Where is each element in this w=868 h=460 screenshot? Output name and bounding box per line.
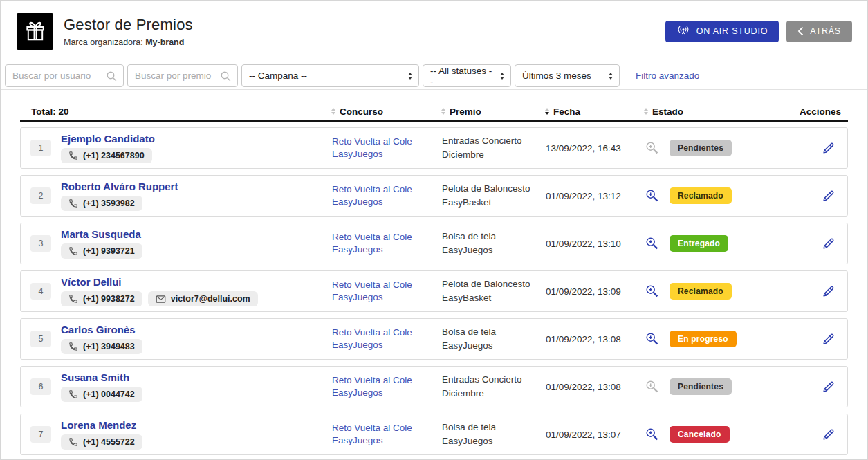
broadcast-antenna-icon [676,25,690,37]
contest-link[interactable]: Reto Vuelta al Cole EasyJuegos [332,374,442,399]
advanced-filter-link[interactable]: Filtro avanzado [636,71,699,81]
table-row: 1 Ejemplo Candidato (+1) 234567890 Reto … [20,127,848,169]
pencil-icon[interactable] [821,188,836,203]
phone-number: (+1) 4555722 [83,437,135,447]
contest-link[interactable]: Reto Vuelta al Cole EasyJuegos [332,326,442,351]
column-header-fecha[interactable]: Fecha [545,107,644,117]
email-address: victor7@dellui.com [171,294,250,304]
sort-arrows-icon [441,108,445,115]
zoom-in-icon[interactable] [645,236,660,251]
period-select[interactable]: Últimos 3 meses [515,64,620,87]
contest-link[interactable]: Reto Vuelta al Cole EasyJuegos [332,136,442,160]
contest-cell: Reto Vuelta al Cole EasyJuegos [332,422,442,447]
phone-chip: (+1) 3949483 [61,339,142,354]
prize-line2: EasyJuegos [442,243,546,257]
prize-cell: Bolsa de tela EasyJuegos [442,325,546,352]
winner-cell: 7 Lorena Mendez (+1) 4555722 [21,419,332,450]
filter-bar: -- Campaña -- -- All statuses -- Últimos… [1,62,867,90]
zoom-in-icon[interactable] [645,284,660,299]
contest-line2: EasyJuegos [332,291,442,304]
prize-cell: Pelota de Baloncesto EasyBasket [442,277,546,304]
winner-info: Susana Smith (+1) 0044742 [61,371,142,402]
row-number-badge: 2 [30,187,51,204]
column-label: Fecha [553,107,580,117]
date-cell: 13/09/2022, 16:43 [546,142,645,154]
phone-number: (+1) 3593982 [83,199,135,208]
sort-arrows-icon [644,108,648,115]
table-row: 2 Roberto Alváro Ruppert (+1) 3593982 Re… [20,175,848,217]
column-header-estado[interactable]: Estado [644,107,800,117]
winner-name-link[interactable]: Ejemplo Candidato [61,133,155,145]
zoom-in-icon[interactable] [645,140,660,156]
zoom-in-icon[interactable] [645,188,660,203]
pencil-icon[interactable] [821,284,836,299]
status-select[interactable]: -- All statuses -- [423,64,511,87]
phone-icon [68,389,78,399]
prize-line1: Bolsa de tela [442,421,546,434]
winner-name-link[interactable]: Marta Susqueda [61,228,142,240]
date-cell: 01/09/2022, 13:07 [546,428,645,441]
winner-cell: 3 Marta Susqueda (+1) 9393721 [21,228,332,259]
phone-chip: (+1) 234567890 [61,148,152,163]
back-button[interactable]: ATRÁS [786,21,852,42]
pencil-icon[interactable] [821,379,836,394]
prize-line1: Bolsa de tela [442,230,546,243]
pencil-icon[interactable] [821,331,836,347]
prize-cell: Entradas Concierto Diciembre [442,373,546,400]
on-air-studio-label: ON AIR STUDIO [696,26,768,36]
on-air-studio-button[interactable]: ON AIR STUDIO [665,21,779,42]
page-title: Gestor de Premios [64,16,665,34]
table-row: 6 Susana Smith (+1) 0044742 Reto Vuelta … [20,366,848,407]
contest-link[interactable]: Reto Vuelta al Cole EasyJuegos [332,422,442,447]
total-count: Total: 20 [20,107,331,117]
winner-name-link[interactable]: Víctor Dellui [61,276,258,288]
status-cell: En progreso [645,331,800,347]
actions-cell [800,236,847,251]
contact-chips: (+1) 0044742 [61,387,142,402]
status-cell: Reclamado [645,187,800,204]
row-number-badge: 6 [30,378,51,395]
winner-cell: 5 Carlos Gironès (+1) 3949483 [21,324,332,354]
phone-number: (+1) 3949483 [83,342,135,351]
contact-chips: (+1) 9938272 victor7@dellui.com [61,291,258,306]
pencil-icon[interactable] [821,236,836,251]
phone-icon [68,246,78,256]
campaign-select[interactable]: -- Campaña -- [241,64,419,87]
contest-link[interactable]: Reto Vuelta al Cole EasyJuegos [332,183,442,208]
winner-name-link[interactable]: Susana Smith [61,371,142,383]
column-header-concurso[interactable]: Concurso [331,107,441,117]
contest-cell: Reto Vuelta al Cole EasyJuegos [332,183,442,208]
pencil-icon[interactable] [821,427,836,442]
contest-line2: EasyJuegos [332,434,442,447]
date-value: 01/09/2022, 13:09 [546,286,621,297]
search-prize-field [127,64,238,87]
column-header-premio[interactable]: Premio [441,107,545,117]
email-chip: victor7@dellui.com [148,291,258,306]
zoom-in-icon[interactable] [645,427,660,442]
contest-link[interactable]: Reto Vuelta al Cole EasyJuegos [332,279,442,304]
winner-name-link[interactable]: Roberto Alváro Ruppert [61,181,178,192]
zoom-in-icon[interactable] [645,331,660,347]
winner-cell: 6 Susana Smith (+1) 0044742 [21,371,332,402]
select-arrows-icon [609,73,613,80]
row-number-badge: 7 [30,426,51,443]
zoom-in-icon[interactable] [645,379,660,394]
table-row: 5 Carlos Gironès (+1) 3949483 Reto Vuelt… [20,318,848,360]
contest-link[interactable]: Reto Vuelta al Cole EasyJuegos [332,231,442,256]
actions-cell [800,284,847,299]
table-row: 3 Marta Susqueda (+1) 9393721 Reto Vuelt… [20,223,848,264]
actions-cell [800,140,847,156]
actions-cell [800,331,847,347]
phone-icon [68,199,78,208]
organizer-label: Marca organizadora: [64,37,145,47]
prize-cell: Bolsa de tela EasyJuegos [442,230,546,257]
prize-table: Total: 20 Concurso Premio Fecha Estado A… [1,90,867,455]
phone-number: (+1) 0044742 [83,389,135,399]
pencil-icon[interactable] [821,140,836,156]
status-badge: En progreso [670,331,737,347]
contest-line2: EasyJuegos [332,339,442,351]
row-number-badge: 4 [30,283,51,300]
winner-name-link[interactable]: Carlos Gironès [61,324,142,335]
contest-cell: Reto Vuelta al Cole EasyJuegos [332,326,442,351]
winner-name-link[interactable]: Lorena Mendez [61,419,142,431]
